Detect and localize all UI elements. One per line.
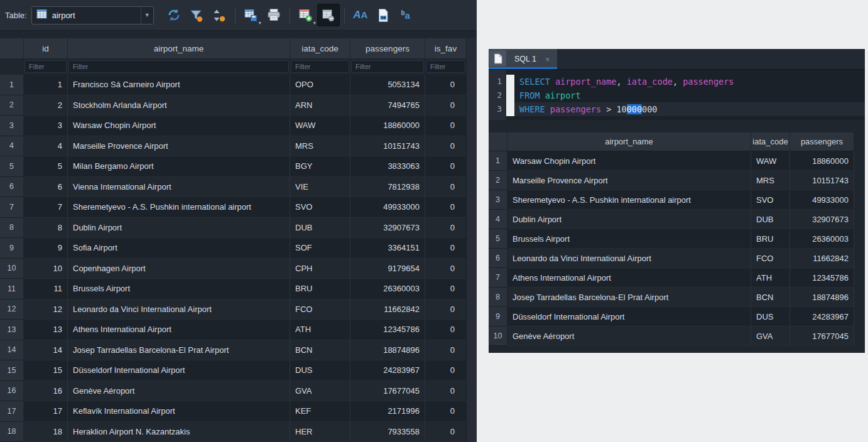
cell-airport-name[interactable]: Josep Tarradellas Barcelona-El Prat Airp… bbox=[68, 340, 290, 361]
cell-iata-code[interactable]: DUS bbox=[290, 360, 350, 381]
font-icon[interactable]: AA bbox=[349, 4, 372, 26]
result-cell-airport-name[interactable]: Athens International Airport bbox=[507, 268, 751, 288]
column-header-airport_name[interactable]: airport_name bbox=[68, 38, 290, 58]
cell-airport-name[interactable]: Heraklion Airport N. Kazantzakis bbox=[68, 422, 290, 442]
column-header-is_fav[interactable]: is_fav bbox=[425, 38, 467, 58]
cell-iata-code[interactable]: GVA bbox=[290, 381, 350, 402]
result-row-number[interactable]: 3 bbox=[489, 190, 507, 210]
cell-iata-code[interactable]: ATH bbox=[290, 320, 350, 340]
cell-airport-name[interactable]: Genève Aéroport bbox=[68, 381, 290, 402]
cell-passengers[interactable]: 9179654 bbox=[350, 259, 425, 279]
cell-is-fav[interactable]: 0 bbox=[425, 238, 467, 259]
cell-airport-name[interactable]: Brussels Airport bbox=[68, 279, 290, 299]
result-cell-passengers[interactable]: 26360003 bbox=[790, 229, 854, 249]
sql-code-line[interactable]: FROM airport bbox=[514, 89, 865, 102]
sort-icon[interactable] bbox=[208, 4, 231, 26]
result-cell-iata-code[interactable]: SVO bbox=[751, 190, 790, 210]
cell-passengers[interactable]: 10151743 bbox=[350, 136, 425, 157]
cell-passengers[interactable]: 24283967 bbox=[350, 360, 425, 381]
result-row[interactable]: 5Brussels AirportBRU26360003 bbox=[489, 229, 865, 249]
result-cell-iata-code[interactable]: DUB bbox=[751, 210, 790, 229]
cell-is-fav[interactable]: 0 bbox=[425, 177, 467, 198]
cell-is-fav[interactable]: 0 bbox=[425, 320, 467, 340]
cell-iata-code[interactable]: KEF bbox=[290, 401, 350, 422]
cell-passengers[interactable]: 26360003 bbox=[350, 279, 425, 299]
result-cell-airport-name[interactable]: Marseille Provence Airport bbox=[507, 171, 751, 190]
table-row[interactable]: 1111Brussels AirportBRU263600030 bbox=[0, 279, 477, 299]
cell-id[interactable]: 15 bbox=[24, 360, 68, 381]
cell-iata-code[interactable]: WAW bbox=[290, 116, 350, 136]
row-number[interactable]: 6 bbox=[0, 177, 24, 198]
cell-is-fav[interactable]: 0 bbox=[425, 156, 467, 177]
cell-airport-name[interactable]: Vienna International Airport bbox=[68, 177, 290, 198]
result-cell-iata-code[interactable]: MRS bbox=[751, 171, 790, 190]
cell-iata-code[interactable]: SVO bbox=[290, 197, 350, 218]
cell-iata-code[interactable]: FCO bbox=[290, 299, 350, 320]
result-cell-airport-name[interactable]: Brussels Airport bbox=[507, 229, 751, 249]
clear-filters-icon[interactable] bbox=[185, 4, 208, 26]
result-cell-airport-name[interactable]: Josep Tarradellas Barcelona-El Prat Airp… bbox=[507, 288, 751, 307]
table-row[interactable]: 1515Düsseldorf International AirportDUS2… bbox=[0, 360, 477, 381]
row-number[interactable]: 17 bbox=[0, 401, 24, 422]
table-row[interactable]: 11Francisco Sá Carneiro AirportOPO505313… bbox=[0, 75, 477, 95]
filter-input-is_fav[interactable] bbox=[426, 60, 465, 73]
cell-id[interactable]: 17 bbox=[24, 401, 68, 422]
table-row[interactable]: 1818Heraklion Airport N. KazantzakisHER7… bbox=[0, 422, 477, 442]
cell-airport-name[interactable]: Sheremetyevo - A.S. Pushkin internationa… bbox=[68, 197, 290, 218]
row-number[interactable]: 10 bbox=[0, 259, 24, 279]
cell-airport-name[interactable]: Francisco Sá Carneiro Airport bbox=[68, 75, 290, 95]
result-cell-iata-code[interactable]: GVA bbox=[751, 326, 790, 346]
result-cell-airport-name[interactable]: Warsaw Chopin Airport bbox=[507, 151, 751, 171]
cell-passengers[interactable]: 3364151 bbox=[350, 238, 425, 259]
filter-input-id[interactable] bbox=[24, 60, 67, 73]
cell-id[interactable]: 14 bbox=[24, 340, 68, 361]
table-selector[interactable]: airport ▼ bbox=[31, 6, 154, 24]
cell-is-fav[interactable]: 0 bbox=[425, 299, 467, 320]
delete-record-icon[interactable] bbox=[317, 4, 340, 26]
result-row[interactable]: 8Josep Tarradellas Barcelona-El Prat Air… bbox=[489, 288, 865, 307]
row-number[interactable]: 16 bbox=[0, 381, 24, 402]
cell-id[interactable]: 12 bbox=[24, 299, 68, 320]
cell-airport-name[interactable]: Stockholm Arlanda Airport bbox=[68, 95, 290, 116]
cell-id[interactable]: 11 bbox=[24, 279, 68, 299]
cell-id[interactable]: 4 bbox=[24, 136, 68, 157]
cell-passengers[interactable]: 32907673 bbox=[350, 218, 425, 239]
result-row-number[interactable]: 4 bbox=[489, 210, 507, 229]
cell-id[interactable]: 9 bbox=[24, 238, 68, 259]
result-cell-passengers[interactable]: 18874896 bbox=[790, 288, 854, 307]
cell-is-fav[interactable]: 0 bbox=[425, 279, 467, 299]
refresh-icon[interactable] bbox=[163, 4, 185, 26]
result-row-number[interactable]: 8 bbox=[489, 288, 507, 307]
result-cell-passengers[interactable]: 17677045 bbox=[790, 326, 854, 346]
cell-is-fav[interactable]: 0 bbox=[425, 401, 467, 422]
cell-is-fav[interactable]: 0 bbox=[425, 116, 467, 136]
result-row[interactable]: 2Marseille Provence AirportMRS10151743 bbox=[489, 171, 865, 190]
sql-code-line[interactable]: SELECT airport_name, iata_code, passenge… bbox=[514, 75, 865, 89]
cell-iata-code[interactable]: HER bbox=[290, 422, 350, 442]
result-row[interactable]: 10Genève AéroportGVA17677045 bbox=[489, 326, 865, 346]
result-cell-airport-name[interactable]: Sheremetyevo - A.S. Pushkin internationa… bbox=[507, 190, 751, 210]
cell-iata-code[interactable]: SOF bbox=[290, 238, 350, 259]
cell-passengers[interactable]: 12345786 bbox=[350, 320, 425, 340]
table-row[interactable]: 22Stockholm Arlanda AirportARN74947650 bbox=[0, 95, 477, 116]
cell-id[interactable]: 13 bbox=[24, 320, 68, 340]
cell-airport-name[interactable]: Leonardo da Vinci International Airport bbox=[68, 299, 290, 320]
print-icon[interactable] bbox=[263, 4, 285, 26]
close-icon[interactable]: × bbox=[544, 55, 556, 64]
cell-id[interactable]: 10 bbox=[24, 259, 68, 279]
table-row[interactable]: 1313Athens International AirportATH12345… bbox=[0, 320, 477, 340]
result-cell-iata-code[interactable]: BCN bbox=[751, 288, 790, 307]
row-number[interactable]: 4 bbox=[0, 136, 24, 157]
chevron-down-icon[interactable]: ▼ bbox=[141, 7, 153, 24]
result-cell-iata-code[interactable]: FCO bbox=[751, 249, 790, 268]
row-number[interactable]: 1 bbox=[0, 75, 24, 95]
sql-code-line[interactable]: WHERE passengers > 10000000 bbox=[514, 102, 865, 116]
result-cell-passengers[interactable]: 11662842 bbox=[790, 249, 854, 268]
cell-iata-code[interactable]: DUB bbox=[290, 218, 350, 239]
result-row[interactable]: 6Leonardo da Vinci International Airport… bbox=[489, 249, 865, 268]
cell-airport-name[interactable]: Dublin Airport bbox=[68, 218, 290, 239]
result-cell-iata-code[interactable]: WAW bbox=[751, 151, 790, 171]
cell-iata-code[interactable]: CPH bbox=[290, 259, 350, 279]
sql-editor[interactable]: 123 SELECT airport_name, iata_code, pass… bbox=[489, 69, 865, 120]
result-cell-passengers[interactable]: 10151743 bbox=[790, 171, 854, 190]
